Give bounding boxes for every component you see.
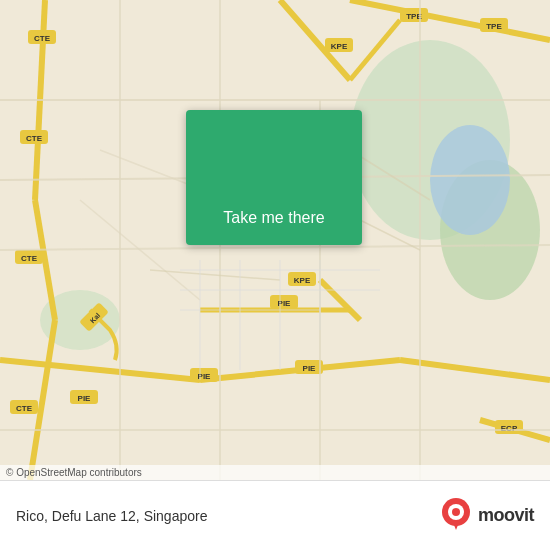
svg-text:TPE: TPE [486,22,502,31]
moovit-icon [438,498,474,534]
svg-point-67 [452,508,460,516]
svg-text:CTE: CTE [16,404,33,413]
svg-text:PIE: PIE [303,364,317,373]
svg-text:CTE: CTE [26,134,43,143]
svg-text:CTE: CTE [34,34,51,43]
svg-text:KPE: KPE [331,42,348,51]
moovit-wordmark: moovit [478,505,534,526]
location-label: Rico, Defu Lane 12, Singapore [16,508,207,524]
take-me-there-button[interactable]: Take me there [223,209,324,227]
moovit-logo: moovit [438,498,534,534]
svg-text:ECP: ECP [501,424,518,433]
svg-text:KPE: KPE [294,276,311,285]
bottom-bar: Rico, Defu Lane 12, Singapore moovit [0,480,550,550]
svg-text:PIE: PIE [78,394,92,403]
location-card: Take me there [186,110,362,245]
copyright-text: © OpenStreetMap contributors [6,467,142,478]
svg-text:CTE: CTE [21,254,38,263]
map-copyright: © OpenStreetMap contributors [0,465,550,480]
svg-point-4 [430,125,510,235]
